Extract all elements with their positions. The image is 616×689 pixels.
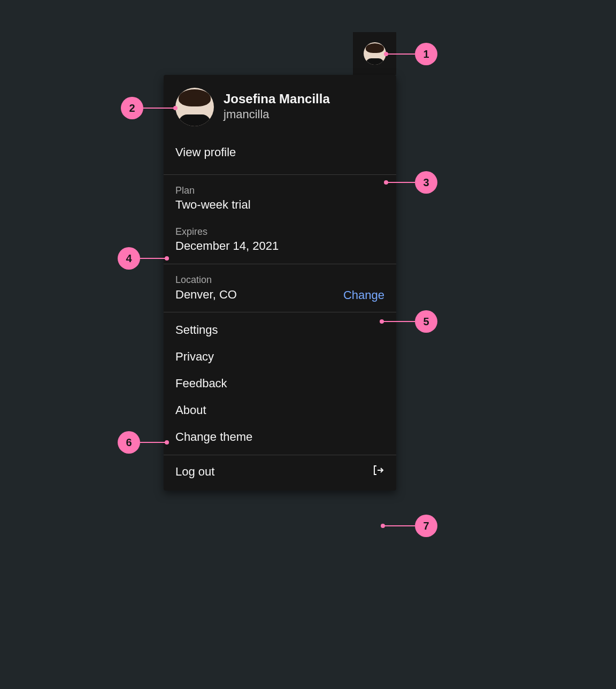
menu-privacy[interactable]: Privacy	[164, 343, 396, 370]
location-block: Location Denver, CO Change	[164, 264, 396, 312]
profile-identity: Josefina Mancilla jmancilla	[224, 91, 330, 122]
location-label: Location	[175, 274, 237, 286]
annotation-badge: 4	[118, 247, 140, 270]
annotation-badge: 2	[121, 97, 143, 119]
user-name: Josefina Mancilla	[224, 91, 330, 107]
menu-settings[interactable]: Settings	[164, 312, 396, 343]
location-value: Denver, CO	[175, 287, 237, 303]
plan-block: Plan Two-week trial	[164, 175, 396, 223]
annotation-badge: 3	[415, 171, 437, 194]
profile-panel: Josefina Mancilla jmancilla View profile…	[164, 75, 396, 491]
expires-label: Expires	[175, 226, 384, 238]
plan-value: Two-week trial	[175, 197, 384, 213]
plan-label: Plan	[175, 185, 384, 197]
annotation-badge: 6	[118, 431, 140, 454]
logout-icon	[372, 464, 384, 480]
avatar-small	[364, 42, 386, 65]
annotation-badge: 7	[415, 515, 437, 537]
profile-header: Josefina Mancilla jmancilla	[164, 75, 396, 131]
annotation-badge: 1	[415, 43, 437, 65]
expires-value: December 14, 2021	[175, 238, 384, 254]
change-location-link[interactable]: Change	[343, 288, 384, 302]
log-out-label: Log out	[175, 465, 214, 479]
annotation-badge: 5	[415, 310, 437, 333]
annotation-4: 4	[118, 247, 167, 270]
annotation-7: 7	[383, 515, 437, 537]
expires-block: Expires December 14, 2021	[164, 223, 396, 264]
location-text: Location Denver, CO	[175, 274, 237, 302]
menu-about[interactable]: About	[164, 397, 396, 424]
menu: Settings Privacy Feedback About Change t…	[164, 312, 396, 455]
user-username: jmancilla	[224, 107, 330, 123]
menu-feedback[interactable]: Feedback	[164, 370, 396, 397]
avatar-large	[175, 88, 214, 126]
annotation-6: 6	[118, 431, 167, 454]
menu-log-out[interactable]: Log out	[164, 455, 396, 491]
view-profile-link[interactable]: View profile	[164, 131, 396, 174]
profile-trigger[interactable]	[353, 32, 396, 75]
annotated-figure: Josefina Mancilla jmancilla View profile…	[0, 0, 616, 689]
menu-change-theme[interactable]: Change theme	[164, 424, 396, 455]
